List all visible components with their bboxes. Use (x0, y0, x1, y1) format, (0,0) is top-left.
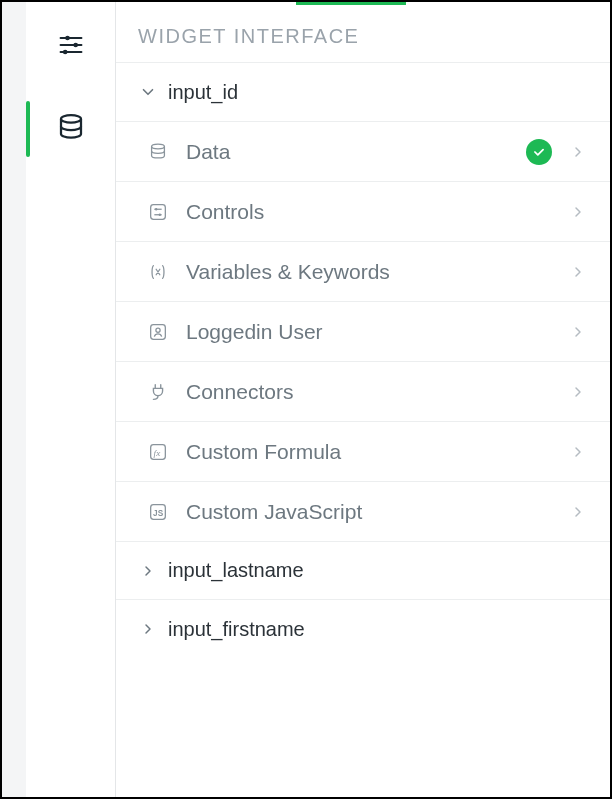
chevron-right-icon (136, 563, 160, 579)
user-icon (146, 321, 170, 343)
chevron-right-icon (568, 504, 588, 520)
left-gutter (2, 2, 26, 797)
tree-sublist: Data (116, 121, 610, 542)
check-icon (526, 139, 552, 165)
svg-point-5 (62, 50, 67, 55)
settings-tab[interactable] (34, 22, 108, 72)
item-data[interactable]: Data (116, 122, 610, 182)
chevron-down-icon (136, 83, 160, 101)
content-wrap: WIDGET INTERFACE input_id (26, 2, 610, 797)
chevron-right-icon (136, 621, 160, 637)
chevron-right-icon (568, 204, 588, 220)
item-label: Data (186, 140, 510, 164)
tree-node-label: input_id (168, 81, 238, 104)
panel-header: WIDGET INTERFACE (116, 5, 610, 63)
data-icon (146, 141, 170, 163)
check-badge (526, 139, 552, 165)
chevron-right-icon (568, 384, 588, 400)
item-label: Controls (186, 200, 552, 224)
item-javascript[interactable]: JS Custom JavaScript (116, 482, 610, 542)
variables-icon (146, 261, 170, 283)
svg-point-6 (61, 115, 81, 123)
tree-node-collapsed[interactable]: input_lastname (116, 542, 610, 600)
svg-point-1 (65, 36, 70, 41)
svg-point-10 (155, 208, 157, 210)
main-panel: WIDGET INTERFACE input_id (116, 2, 610, 797)
item-connectors[interactable]: Connectors (116, 362, 610, 422)
app-frame: WIDGET INTERFACE input_id (0, 0, 612, 799)
js-icon: JS (146, 501, 170, 523)
svg-point-7 (152, 144, 165, 149)
item-controls[interactable]: Controls (116, 182, 610, 242)
svg-text:JS: JS (153, 508, 164, 517)
tree-node-label: input_lastname (168, 559, 304, 582)
item-label: Variables & Keywords (186, 260, 552, 284)
widget-tree: input_id Data (116, 63, 610, 797)
svg-rect-8 (151, 204, 166, 219)
chevron-right-icon (568, 144, 588, 160)
side-tabs (26, 2, 116, 797)
data-tab[interactable] (34, 104, 108, 154)
fx-icon: fx (146, 441, 170, 463)
svg-point-3 (73, 43, 78, 48)
controls-icon (146, 201, 170, 223)
chevron-right-icon (568, 324, 588, 340)
item-variables[interactable]: Variables & Keywords (116, 242, 610, 302)
top-accent (116, 2, 610, 5)
tree-node-label: input_firstname (168, 618, 305, 641)
chevron-right-icon (568, 444, 588, 460)
item-label: Connectors (186, 380, 552, 404)
item-formula[interactable]: fx Custom Formula (116, 422, 610, 482)
item-label: Loggedin User (186, 320, 552, 344)
database-icon (56, 112, 86, 146)
item-label: Custom Formula (186, 440, 552, 464)
svg-text:fx: fx (154, 447, 161, 457)
plug-icon (146, 381, 170, 403)
item-label: Custom JavaScript (186, 500, 552, 524)
sliders-icon (57, 31, 85, 63)
panel-title: WIDGET INTERFACE (138, 25, 359, 47)
chevron-right-icon (568, 264, 588, 280)
svg-point-14 (156, 328, 160, 332)
tree-node-collapsed[interactable]: input_firstname (116, 600, 610, 658)
item-user[interactable]: Loggedin User (116, 302, 610, 362)
svg-point-12 (159, 213, 161, 215)
tree-node-expanded[interactable]: input_id (116, 63, 610, 121)
